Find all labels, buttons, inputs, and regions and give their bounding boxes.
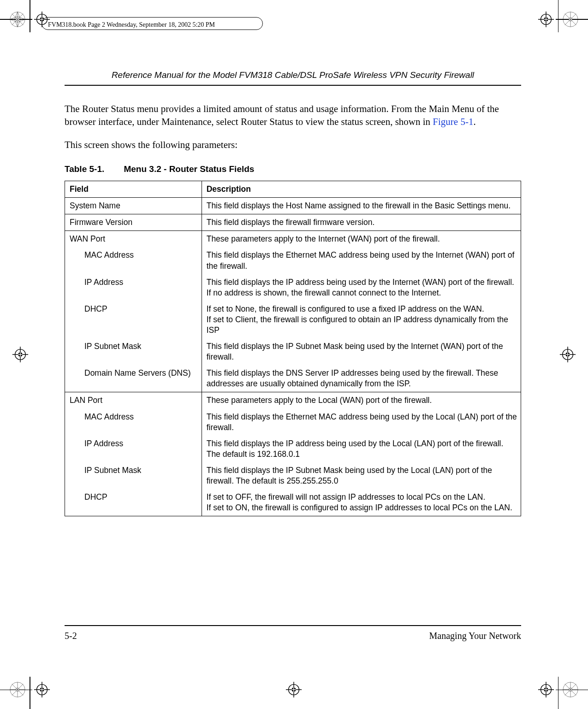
table-header-field: Field — [65, 181, 202, 198]
table-row: DHCPIf set to None, the firewall is conf… — [65, 301, 521, 338]
starburst-icon — [562, 11, 579, 28]
figure-reference-link[interactable]: Figure 5-1 — [433, 116, 473, 127]
crop-mark — [558, 677, 559, 709]
table-cell-field: MAC Address — [65, 409, 202, 436]
table-cell-field: IP Subnet Mask — [65, 462, 202, 489]
table-row: IP Subnet MaskThis field displays the IP… — [65, 462, 521, 489]
table-cell-field: IP Address — [65, 436, 202, 462]
parameters-intro: This screen shows the following paramete… — [65, 138, 521, 151]
crop-mark — [30, 0, 30, 32]
table-row: MAC AddressThis field displays the Ether… — [65, 409, 521, 436]
crop-mark — [558, 0, 559, 32]
registration-mark-icon — [537, 681, 555, 698]
table-cell-field: IP Address — [65, 274, 202, 301]
table-cell-field: DHCP — [65, 301, 202, 338]
starburst-icon — [9, 11, 26, 28]
table-cell-description: This field displays the firewall firmwar… — [202, 214, 521, 231]
table-row: IP Subnet MaskThis field displays the IP… — [65, 338, 521, 365]
table-row: WAN PortThese parameters apply to the In… — [65, 231, 521, 248]
table-cell-description: This field displays the Host Name assign… — [202, 198, 521, 214]
table-cell-description: This field displays the IP address being… — [202, 274, 521, 301]
table-row: MAC AddressThis field displays the Ether… — [65, 247, 521, 274]
table-row: Domain Name Servers (DNS)This field disp… — [65, 365, 521, 392]
table-cell-description: These parameters apply to the Internet (… — [202, 231, 521, 248]
table-cell-description: These parameters apply to the Local (WAN… — [202, 392, 521, 409]
table-cell-description: This field displays the IP Subnet Mask b… — [202, 338, 521, 365]
table-caption-label: Table 5-1. — [65, 164, 104, 174]
table-cell-field: DHCP — [65, 489, 202, 516]
registration-mark-icon — [537, 11, 555, 28]
table-header-row: Field Description — [65, 181, 521, 198]
registration-mark-icon — [12, 346, 29, 363]
footer-section-title: Managing Your Network — [429, 631, 521, 641]
page-content: Reference Manual for the Model FVM318 Ca… — [65, 70, 521, 516]
table-caption-title: Menu 3.2 - Router Status Fields — [124, 164, 254, 174]
table-row: IP AddressThis field displays the IP add… — [65, 274, 521, 301]
registration-mark-icon — [33, 681, 51, 698]
table-cell-description: This field displays the DNS Server IP ad… — [202, 365, 521, 392]
table-row: IP AddressThis field displays the IP add… — [65, 436, 521, 462]
starburst-icon — [562, 681, 579, 698]
table-header-description: Description — [202, 181, 521, 198]
intro-text-b: . — [473, 116, 475, 127]
table-cell-description: This field displays the IP address being… — [202, 436, 521, 462]
table-row: System NameThis field displays the Host … — [65, 198, 521, 214]
table-caption: Table 5-1. Menu 3.2 - Router Status Fiel… — [65, 164, 521, 174]
footer-page-number: 5-2 — [65, 631, 77, 641]
framemaker-page-tag: FVM318.book Page 2 Wednesday, September … — [48, 21, 215, 29]
table-cell-description: This field displays the IP Subnet Mask b… — [202, 462, 521, 489]
table-cell-description: This field displays the Ethernet MAC add… — [202, 409, 521, 436]
table-cell-description: If set to OFF, the firewall will not ass… — [202, 489, 521, 516]
table-cell-field: LAN Port — [65, 392, 202, 409]
starburst-icon — [9, 681, 26, 698]
registration-mark-icon — [285, 681, 303, 698]
crop-mark — [30, 677, 30, 709]
table-row: LAN PortThese parameters apply to the Lo… — [65, 392, 521, 409]
table-row: Firmware VersionThis field displays the … — [65, 214, 521, 231]
table-cell-field: MAC Address — [65, 247, 202, 274]
table-cell-description: This field displays the Ethernet MAC add… — [202, 247, 521, 274]
router-status-table: Field Description System NameThis field … — [65, 181, 521, 516]
table-cell-field: IP Subnet Mask — [65, 338, 202, 365]
table-row: DHCPIf set to OFF, the firewall will not… — [65, 489, 521, 516]
table-cell-field: Domain Name Servers (DNS) — [65, 365, 202, 392]
table-cell-field: System Name — [65, 198, 202, 214]
intro-paragraph: The Router Status menu provides a limite… — [65, 102, 521, 129]
registration-mark-icon — [559, 346, 576, 363]
table-cell-field: Firmware Version — [65, 214, 202, 231]
page-footer: 5-2 Managing Your Network — [65, 625, 521, 641]
running-header: Reference Manual for the Model FVM318 Ca… — [65, 70, 521, 86]
table-cell-field: WAN Port — [65, 231, 202, 248]
table-cell-description: If set to None, the firewall is configur… — [202, 301, 521, 338]
